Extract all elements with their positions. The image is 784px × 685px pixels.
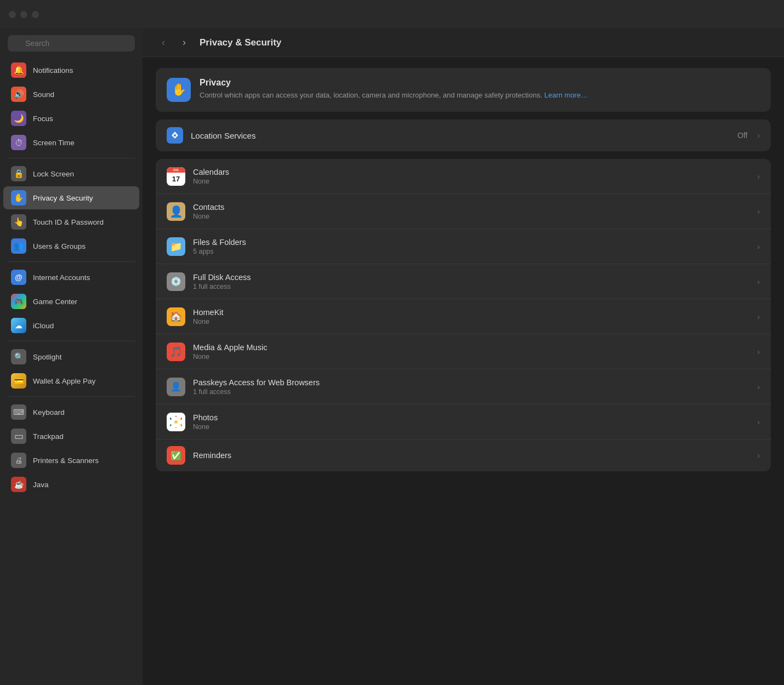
sidebar-item-java[interactable]: ☕ Java <box>3 473 139 496</box>
privacy-desc-text: Control which apps can access your data,… <box>200 91 542 99</box>
sidebar-item-label: Focus <box>33 115 53 123</box>
svg-point-5 <box>175 427 177 428</box>
list-item-photos[interactable]: Photos None › <box>156 404 771 439</box>
privacy-card-inner: ✋ Privacy Control which apps can access … <box>156 68 771 112</box>
photos-icon <box>167 413 185 431</box>
sidebar-item-focus[interactable]: 🌙 Focus <box>3 107 139 130</box>
sidebar-item-icloud[interactable]: ☁ iCloud <box>3 314 139 337</box>
sidebar-item-privacy-security[interactable]: ✋ Privacy & Security <box>3 186 139 209</box>
sidebar-item-label: Lock Screen <box>33 170 74 178</box>
maximize-button[interactable] <box>32 11 39 18</box>
game-center-icon: 🎮 <box>11 294 26 309</box>
screen-time-icon: ⏱ <box>11 135 26 150</box>
content-scroll: ✋ Privacy Control which apps can access … <box>143 57 784 685</box>
photos-text: Photos None <box>193 413 749 431</box>
sidebar-item-users-groups[interactable]: 👥 Users & Groups <box>3 235 139 258</box>
list-item-calendars[interactable]: JUL 17 Calendars None › <box>156 159 771 194</box>
homekit-subtitle: None <box>193 318 749 326</box>
privacy-title: Privacy <box>200 78 760 88</box>
minimize-button[interactable] <box>20 11 27 18</box>
titlebar <box>0 0 784 28</box>
music-subtitle: None <box>193 353 749 361</box>
internet-accounts-icon: @ <box>11 270 26 285</box>
sidebar-item-label: Privacy & Security <box>33 194 93 202</box>
notifications-icon: 🔔 <box>11 62 26 78</box>
sidebar-item-label: Internet Accounts <box>33 273 90 282</box>
list-item-full-disk[interactable]: 💿 Full Disk Access 1 full access › <box>156 264 771 299</box>
back-button[interactable]: ‹ <box>156 35 171 50</box>
calendars-text: Calendars None <box>193 168 749 185</box>
printer-icon: 🖨 <box>11 453 26 468</box>
java-icon: ☕ <box>11 477 26 492</box>
sidebar-item-label: Keyboard <box>33 408 65 416</box>
users-groups-icon: 👥 <box>11 238 26 254</box>
sidebar: ⌕ 🔔 Notifications 🔊 Sound 🌙 Focus ⏱ Scre… <box>0 28 143 685</box>
sidebar-item-label: Printers & Scanners <box>33 456 99 465</box>
wallet-icon: 💳 <box>11 373 26 389</box>
contacts-title: Contacts <box>193 203 749 212</box>
sidebar-item-trackpad[interactable]: ▭ Trackpad <box>3 425 139 448</box>
search-input[interactable] <box>8 35 135 52</box>
list-item-media-music[interactable]: 🎵 Media & Apple Music None › <box>156 334 771 369</box>
page-title: Privacy & Security <box>200 37 281 48</box>
list-item-contacts[interactable]: 👤 Contacts None › <box>156 194 771 229</box>
sidebar-item-touch-id[interactable]: 👆 Touch ID & Password <box>3 210 139 233</box>
sidebar-item-label: Wallet & Apple Pay <box>33 377 95 385</box>
learn-more-link[interactable]: Learn more… <box>544 91 588 99</box>
sidebar-item-screen-time[interactable]: ⏱ Screen Time <box>3 131 139 154</box>
focus-icon: 🌙 <box>11 111 26 126</box>
forward-button[interactable]: › <box>177 35 192 50</box>
music-icon: 🎵 <box>167 342 185 361</box>
trackpad-icon: ▭ <box>11 429 26 444</box>
music-text: Media & Apple Music None <box>193 343 749 361</box>
sidebar-item-label: Users & Groups <box>33 242 86 250</box>
location-services-card[interactable]: Location Services Off › <box>156 119 771 151</box>
sidebar-item-lock-screen[interactable]: 🔒 Lock Screen <box>3 162 139 185</box>
files-icon: 📁 <box>167 237 185 256</box>
sidebar-item-label: Notifications <box>33 66 73 75</box>
music-chevron: › <box>757 347 760 356</box>
disk-text: Full Disk Access 1 full access <box>193 273 749 290</box>
divider-1 <box>8 158 135 158</box>
photos-title: Photos <box>193 413 749 422</box>
svg-point-0 <box>174 134 176 136</box>
sidebar-item-notifications[interactable]: 🔔 Notifications <box>3 59 139 82</box>
sidebar-item-printers[interactable]: 🖨 Printers & Scanners <box>3 449 139 472</box>
sidebar-item-label: iCloud <box>33 322 54 330</box>
privacy-icon: ✋ <box>167 78 191 102</box>
location-services-icon <box>167 127 183 144</box>
contacts-text: Contacts None <box>193 203 749 220</box>
sidebar-item-internet-accounts[interactable]: @ Internet Accounts <box>3 266 139 289</box>
divider-4 <box>8 396 135 397</box>
homekit-title: HomeKit <box>193 308 749 317</box>
calendars-subtitle: None <box>193 178 749 185</box>
sidebar-item-keyboard[interactable]: ⌨ Keyboard <box>3 401 139 424</box>
calendars-chevron: › <box>757 172 760 181</box>
disk-subtitle: 1 full access <box>193 283 749 290</box>
photos-subtitle: None <box>193 423 749 431</box>
sidebar-item-game-center[interactable]: 🎮 Game Center <box>3 290 139 313</box>
sidebar-item-label: Game Center <box>33 298 77 306</box>
divider-2 <box>8 261 135 262</box>
list-item-files-folders[interactable]: 📁 Files & Folders 5 apps › <box>156 229 771 264</box>
disk-chevron: › <box>757 277 760 286</box>
forward-icon: › <box>183 37 186 48</box>
svg-point-6 <box>170 424 172 427</box>
sidebar-item-spotlight[interactable]: 🔍 Spotlight <box>3 345 139 368</box>
sidebar-item-wallet[interactable]: 💳 Wallet & Apple Pay <box>3 369 139 392</box>
list-item-reminders[interactable]: ✅ Reminders › <box>156 439 771 471</box>
files-title: Files & Folders <box>193 238 749 247</box>
list-item-homekit[interactable]: 🏠 HomeKit None › <box>156 299 771 334</box>
close-button[interactable] <box>9 11 16 18</box>
sound-icon: 🔊 <box>11 87 26 102</box>
location-services-label: Location Services <box>191 131 730 140</box>
sidebar-item-label: Sound <box>33 90 54 99</box>
divider-3 <box>8 341 135 341</box>
sidebar-item-label: Screen Time <box>33 139 75 147</box>
back-icon: ‹ <box>162 37 165 48</box>
privacy-card: ✋ Privacy Control which apps can access … <box>156 68 771 112</box>
reminders-icon: ✅ <box>167 446 185 465</box>
sidebar-item-sound[interactable]: 🔊 Sound <box>3 83 139 106</box>
location-services-row[interactable]: Location Services Off › <box>156 119 771 151</box>
list-item-passkeys[interactable]: 👤 Passkeys Access for Web Browsers 1 ful… <box>156 369 771 404</box>
